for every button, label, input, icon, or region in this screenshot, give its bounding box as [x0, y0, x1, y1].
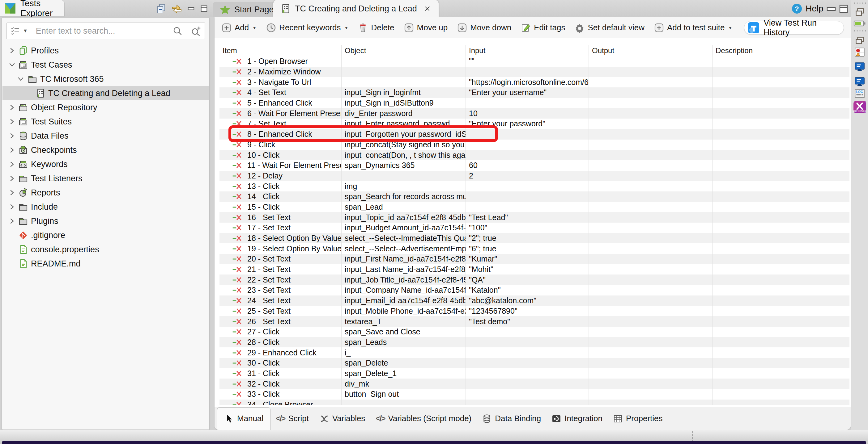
sidebar-item-tc-microsoft-365[interactable]: TC Microsoft 365 [2, 72, 209, 86]
search-filter-icon[interactable] [10, 26, 21, 36]
column-header-object[interactable]: Object [342, 45, 466, 56]
column-header-description[interactable]: Description [713, 45, 849, 56]
view-tab-manual[interactable]: Manual [217, 407, 271, 430]
sidebar-item-plugins[interactable]: Plugins [2, 214, 209, 228]
minimize-view-icon[interactable] [187, 4, 195, 13]
table-row[interactable]: 16 - Set Textinput_Topic_id-aa7c154f-e2f… [219, 212, 849, 223]
table-row[interactable]: 28 - Clickspan_Leads [219, 337, 849, 348]
table-row[interactable]: 21 - Set Textinput_Last Name_id-aa7c154f… [219, 264, 849, 275]
set-default-view-button[interactable]: Set default view [574, 23, 645, 33]
sidebar-item-keywords[interactable]: Keywords [2, 157, 209, 171]
collapse-all-icon[interactable] [156, 3, 167, 14]
log-viewer-icon[interactable]: LOG [854, 88, 866, 99]
table-row[interactable]: 12 - Delay2 [219, 171, 849, 181]
sidebar-item-tc-creating-and-deleting-a-lead[interactable]: TC Creating and Deleting a Lead [2, 86, 209, 100]
restore-windows-icon[interactable] [854, 6, 866, 18]
chevron-right-icon[interactable] [9, 161, 16, 168]
sidebar-item-reports[interactable]: Reports [2, 185, 209, 200]
table-row[interactable]: 29 - Enhanced Clicki_ [219, 347, 849, 358]
view-tab-properties[interactable]: Properties [608, 407, 668, 430]
edit-tags-button[interactable]: Edit tags [521, 23, 565, 33]
table-row[interactable]: 9 - Clickinput_concat(Stay signed in so … [219, 140, 849, 150]
view-test-run-history-button[interactable]: View Test Run History [744, 21, 844, 35]
restore-windows-icon[interactable] [854, 35, 866, 46]
table-row[interactable]: 24 - Set Textinput_Email_id-aa7c154f-e2f… [219, 296, 849, 306]
console-monitor-icon[interactable] [854, 61, 866, 73]
table-row[interactable]: 14 - Clickspan_Search for records across… [219, 192, 849, 202]
tab-start-page[interactable]: Start Page [213, 2, 281, 17]
table-row[interactable]: 33 - Clickbutton_Sign out [219, 389, 849, 400]
view-tab-variables-script-mode[interactable]: </>Variables (Script mode) [370, 407, 477, 430]
column-header-item[interactable]: Item [219, 45, 342, 56]
tab-tc-creating-and-deleting-a-lead[interactable]: TC Creating and Deleting a Lead [273, 0, 439, 17]
chevron-right-icon[interactable] [9, 118, 16, 125]
tests-explorer-tab[interactable]: Tests Explorer [0, 0, 64, 16]
help-button[interactable]: ? Help [791, 3, 824, 14]
table-row[interactable]: 2 - Maximize Window [219, 67, 849, 77]
sidebar-item-gitignore[interactable]: .gitignore [2, 228, 209, 242]
spy-map-icon[interactable] [854, 46, 866, 58]
view-tab-variables[interactable]: Variables [314, 407, 370, 430]
add-to-test-suite-button[interactable]: Add to test suite▼ [654, 23, 732, 33]
maximize-view-icon[interactable] [200, 4, 208, 13]
sidebar-item-readme-md[interactable]: README.md [2, 257, 209, 271]
table-row[interactable]: 32 - Clickdiv_mk [219, 379, 849, 389]
table-row[interactable]: 4 - Set Textinput_Sign in_loginfmt"Enter… [219, 88, 849, 98]
advanced-search-icon[interactable] [190, 25, 202, 36]
search-icon[interactable] [172, 26, 183, 36]
sidebar-item-profiles[interactable]: Profiles [2, 43, 209, 58]
table-row[interactable]: 25 - Set Textinput_Mobile Phone_id-aa7c1… [219, 306, 849, 316]
column-header-output[interactable]: Output [589, 45, 713, 56]
table-row[interactable]: 18 - Select Option By Valueselect_--Sele… [219, 233, 849, 244]
chevron-down-icon[interactable] [17, 76, 24, 82]
table-row[interactable]: 22 - Set Textinput_Job Title_id-aa7c154f… [219, 274, 849, 285]
sidebar-item-test-cases[interactable]: Test Cases [2, 58, 209, 72]
table-row[interactable]: 15 - Clickspan_Lead [219, 202, 849, 212]
chevron-right-icon[interactable] [9, 132, 16, 139]
chevron-right-icon[interactable] [9, 175, 16, 182]
column-header-input[interactable]: Input [466, 45, 589, 56]
close-icon[interactable] [423, 4, 432, 13]
chevron-right-icon[interactable] [9, 203, 16, 210]
chevron-right-icon[interactable] [9, 104, 16, 111]
self-healing-icon[interactable]: SELF-HEALING [854, 101, 866, 113]
job-progress-icon[interactable] [854, 19, 866, 28]
sidebar-item-test-listeners[interactable]: Test Listeners [2, 171, 209, 185]
table-row[interactable]: 1 - Open Browser"" [219, 56, 849, 67]
table-row[interactable]: 8 - Enhanced Clickinput_Forgotten your p… [219, 129, 849, 140]
table-row[interactable]: 6 - Wait For Element Presentdiv_Enter pa… [219, 108, 849, 118]
table-row[interactable]: 13 - Clickimg [219, 181, 849, 192]
recent-keywords-button[interactable]: Recent keywords▼ [266, 23, 348, 33]
sidebar-item-object-repository[interactable]: Object Repository [2, 100, 209, 114]
table-row[interactable]: 10 - Clickinput_concat(Don, , t show thi… [219, 150, 849, 160]
table-row[interactable]: 31 - Clickspan_Delete_1 [219, 368, 849, 379]
sidebar-item-test-suites[interactable]: Test Suites [2, 114, 209, 129]
chevron-right-icon[interactable] [9, 147, 16, 153]
sidebar-item-console-properties[interactable]: console.properties [2, 242, 209, 257]
table-row[interactable]: 7 - Set Textinput_Enter password_passwd"… [219, 118, 849, 129]
table-row[interactable]: 20 - Set Textinput_First Name_id-aa7c154… [219, 254, 849, 264]
table-row[interactable]: 30 - Clickspan_Delete [219, 358, 849, 368]
search-input[interactable] [28, 26, 172, 36]
table-row[interactable]: 34 - Close Browser [219, 400, 849, 405]
delete-button[interactable]: Delete [358, 23, 394, 33]
table-row[interactable]: 27 - Clickspan_Save and Close [219, 327, 849, 337]
table-row[interactable]: 11 - Wait For Element Presentspan_Dynami… [219, 160, 849, 171]
move-down-button[interactable]: Move down [457, 23, 511, 33]
view-tab-script[interactable]: </>Script [271, 407, 314, 430]
move-up-button[interactable]: Move up [404, 23, 448, 33]
sidebar-item-include[interactable]: Include [2, 200, 209, 214]
search-filter-caret-icon[interactable]: ▼ [23, 28, 28, 34]
sidebar-item-data-files[interactable]: Data Files [2, 129, 209, 143]
chevron-right-icon[interactable] [9, 189, 16, 196]
chevron-right-icon[interactable] [9, 47, 16, 54]
maximize-window-icon[interactable] [839, 4, 848, 13]
sidebar-item-checkpoints[interactable]: Checkpoints [2, 143, 209, 157]
console-monitor-icon[interactable] [854, 76, 866, 88]
table-row[interactable]: 3 - Navigate To Url"https://login.micros… [219, 77, 849, 88]
view-tab-data-binding[interactable]: Data Binding [477, 407, 546, 430]
table-row[interactable]: 17 - Set Textinput_Budget Amount_id-aa7c… [219, 223, 849, 233]
link-with-editor-icon[interactable] [171, 3, 182, 14]
chevron-right-icon[interactable] [9, 218, 16, 225]
table-row[interactable]: 5 - Enhanced Clickinput_Sign in_idSIButt… [219, 98, 849, 108]
